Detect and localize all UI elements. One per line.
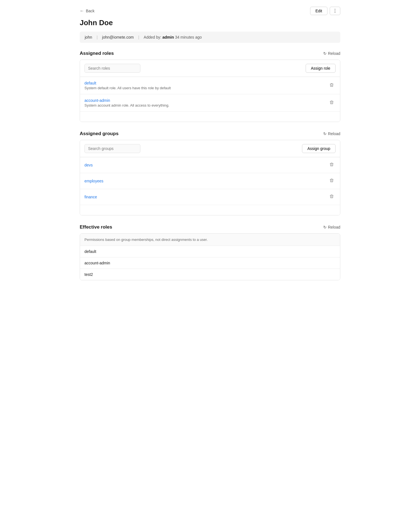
trash-icon-finance bbox=[329, 194, 334, 199]
assigned-groups-header: Assigned groups ↻ Reload bbox=[80, 131, 340, 137]
assigned-roles-reload-button[interactable]: ↻ Reload bbox=[323, 51, 340, 56]
meta-bar: john | john@iomete.com | Added by: admin… bbox=[80, 32, 340, 43]
assigned-roles-title: Assigned roles bbox=[80, 51, 114, 56]
trash-icon-devs bbox=[329, 162, 334, 167]
meta-username: john bbox=[85, 35, 96, 39]
added-prefix: Added by: bbox=[144, 35, 161, 39]
reload-icon-effective: ↻ bbox=[323, 225, 327, 229]
roles-search-row: Assign role bbox=[80, 60, 340, 77]
added-time: 34 minutes ago bbox=[175, 35, 202, 39]
edit-button[interactable]: Edit bbox=[310, 7, 327, 15]
group-row-devs: devs bbox=[80, 157, 340, 173]
back-label: Back bbox=[86, 9, 95, 13]
role-row-account-admin: account-admin System account admin role.… bbox=[80, 94, 340, 112]
assigned-groups-reload-button[interactable]: ↻ Reload bbox=[323, 131, 340, 136]
effective-role-account-admin: account-admin bbox=[80, 257, 340, 269]
group-finance-name[interactable]: finance bbox=[84, 195, 97, 199]
delete-group-devs-button[interactable] bbox=[328, 161, 336, 169]
search-groups-input[interactable] bbox=[84, 144, 140, 153]
assign-group-button[interactable]: Assign group bbox=[302, 144, 336, 153]
more-button[interactable]: ⋮ bbox=[330, 7, 340, 15]
role-default-info: default System default role. All users h… bbox=[84, 81, 171, 90]
meta-added: Added by: admin 34 minutes ago bbox=[144, 35, 202, 39]
effective-role-default-name: default bbox=[84, 249, 96, 254]
effective-role-test2: test2 bbox=[80, 269, 340, 280]
added-by: admin bbox=[162, 35, 174, 39]
role-account-admin-info: account-admin System account admin role.… bbox=[84, 98, 169, 107]
page-title: John Doe bbox=[80, 18, 340, 27]
assign-role-button[interactable]: Assign role bbox=[306, 64, 336, 73]
effective-roles-info: Permissions based on group memberships, … bbox=[80, 234, 340, 246]
groups-search-row: Assign group bbox=[80, 140, 340, 157]
effective-roles-panel: Permissions based on group memberships, … bbox=[80, 233, 340, 280]
meta-divider-2: | bbox=[138, 35, 139, 39]
back-arrow-icon: ← bbox=[80, 8, 84, 13]
role-default-name[interactable]: default bbox=[84, 81, 171, 85]
assigned-groups-panel: Assign group devs employees bbox=[80, 140, 340, 215]
meta-email: john@iomete.com bbox=[102, 35, 138, 39]
assigned-roles-header: Assigned roles ↻ Reload bbox=[80, 51, 340, 56]
trash-icon-employees bbox=[329, 178, 334, 183]
group-row-employees: employees bbox=[80, 173, 340, 189]
back-button[interactable]: ← Back bbox=[80, 8, 95, 13]
assigned-groups-section: Assigned groups ↻ Reload Assign group de… bbox=[80, 131, 340, 215]
group-row-finance: finance bbox=[80, 189, 340, 205]
meta-divider-1: | bbox=[96, 35, 98, 39]
trash-icon-account-admin bbox=[329, 100, 334, 105]
effective-roles-header: Effective roles ↻ Reload bbox=[80, 224, 340, 230]
groups-empty-row bbox=[80, 205, 340, 215]
role-default-desc: System default role. All users have this… bbox=[84, 86, 171, 90]
reload-icon-roles: ↻ bbox=[323, 51, 327, 56]
roles-empty-row bbox=[80, 112, 340, 122]
reload-groups-label: Reload bbox=[328, 131, 340, 136]
role-account-admin-name[interactable]: account-admin bbox=[84, 98, 169, 103]
effective-roles-title: Effective roles bbox=[80, 224, 112, 230]
group-devs-name[interactable]: devs bbox=[84, 163, 93, 167]
top-actions: Edit ⋮ bbox=[310, 7, 340, 15]
reload-roles-label: Reload bbox=[328, 51, 340, 56]
group-employees-name[interactable]: employees bbox=[84, 179, 103, 183]
assigned-roles-section: Assigned roles ↻ Reload Assign role defa… bbox=[80, 51, 340, 122]
delete-group-finance-button[interactable] bbox=[328, 193, 336, 201]
effective-roles-section: Effective roles ↻ Reload Permissions bas… bbox=[80, 224, 340, 280]
reload-effective-label: Reload bbox=[328, 225, 340, 229]
assigned-groups-title: Assigned groups bbox=[80, 131, 119, 137]
effective-role-default: default bbox=[80, 246, 340, 257]
search-roles-input[interactable] bbox=[84, 64, 140, 73]
assigned-roles-panel: Assign role default System default role.… bbox=[80, 60, 340, 122]
role-account-admin-desc: System account admin role. All access to… bbox=[84, 103, 169, 107]
top-bar: ← Back Edit ⋮ bbox=[80, 7, 340, 15]
delete-role-default-button[interactable] bbox=[328, 82, 336, 90]
trash-icon-default bbox=[329, 83, 334, 87]
reload-icon-groups: ↻ bbox=[323, 131, 327, 136]
effective-role-account-admin-name: account-admin bbox=[84, 261, 110, 265]
delete-group-employees-button[interactable] bbox=[328, 177, 336, 185]
effective-role-test2-name: test2 bbox=[84, 272, 93, 277]
delete-role-account-admin-button[interactable] bbox=[328, 99, 336, 107]
effective-roles-reload-button[interactable]: ↻ Reload bbox=[323, 225, 340, 229]
role-row-default: default System default role. All users h… bbox=[80, 77, 340, 94]
